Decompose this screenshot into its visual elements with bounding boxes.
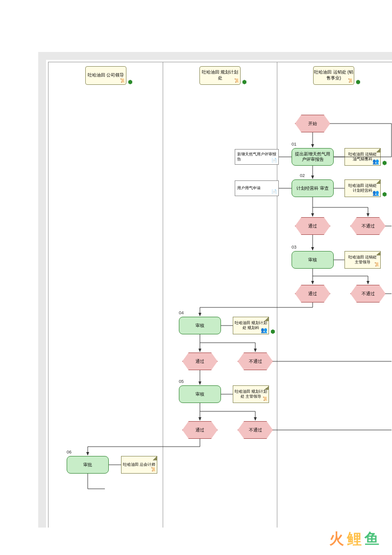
note-05: 吐哈油田 规划计划处 主管领导📜 <box>233 385 269 403</box>
diagram-inner: 吐哈油田 公司领导📜⬢ 吐哈油田 规划计划处📜⬢ 吐哈油田 运销处 (销售事业)… <box>48 62 392 528</box>
process-03: 审核 <box>292 251 334 269</box>
step-number: 03 <box>292 245 296 250</box>
step-number: 04 <box>179 310 184 315</box>
note-01: 吐哈油田 运销处 油气销售科👥⬢ <box>344 148 381 166</box>
step-number: 05 <box>179 379 184 384</box>
process-02: 计划经营科 审查 <box>292 179 334 197</box>
note-04: 吐哈油田 规划计划处 规划科👥⬢ <box>233 317 269 334</box>
diagram-frame: 吐哈油田 公司领导📜⬢ 吐哈油田 规划计划处📜⬢ 吐哈油田 运销处 (销售事业)… <box>38 52 392 528</box>
watermark: 火鲤鱼 <box>329 529 382 549</box>
step-number: 01 <box>292 142 296 147</box>
lane-divider <box>163 62 163 528</box>
start-node: 开始 <box>295 115 330 132</box>
decision-fail: 不通过 <box>238 353 273 370</box>
decision-pass: 通过 <box>295 285 330 303</box>
process-04: 审核 <box>179 317 221 334</box>
note-06: 吐哈油田 总会计师📜 <box>121 456 157 474</box>
process-06: 审批 <box>67 456 109 474</box>
decision-pass: 通过 <box>295 217 330 235</box>
note-02: 吐哈油田 运销处 计划经营科👥⬢ <box>344 179 381 197</box>
decision-pass: 通过 <box>182 353 218 370</box>
step-number: 02 <box>300 173 305 178</box>
decision-fail: 不通过 <box>238 421 273 439</box>
doc-1: 新增天然气用户评审报告 <box>235 149 279 165</box>
decision-pass: 通过 <box>182 421 218 439</box>
decision-fail: 不通过 <box>350 285 386 303</box>
lane-header-3: 吐哈油田 运销处 (销售事业)📜⬢ <box>313 66 354 85</box>
process-01: 提出新增天然气用户评审报告 <box>292 148 334 166</box>
step-number: 06 <box>67 450 72 454</box>
lane-divider <box>277 62 277 528</box>
lane-header-2: 吐哈油田 规划计划处📜⬢ <box>199 66 241 85</box>
decision-fail: 不通过 <box>350 217 386 235</box>
doc-2: 用户用气申请 <box>235 180 279 196</box>
note-03: 吐哈油田 运销处 主管领导📜 <box>344 251 381 269</box>
lane-header-1: 吐哈油田 公司领导📜⬢ <box>85 66 126 85</box>
process-05: 审核 <box>179 385 221 403</box>
